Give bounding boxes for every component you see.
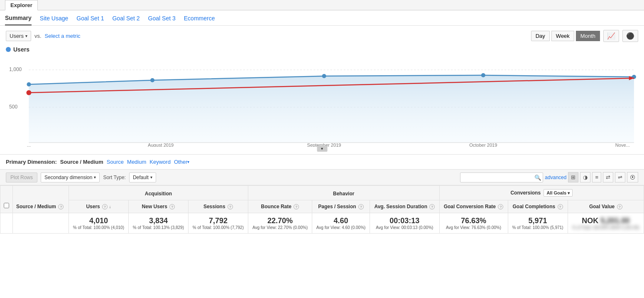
users-help-icon[interactable]: ?: [102, 204, 108, 209]
chart-collapse-handle[interactable]: ▾: [317, 145, 327, 152]
totals-goal-value-cell: NOK 5,201.00 % of Total: 100.00% (NOK 5,…: [568, 213, 644, 234]
search-input[interactable]: [460, 172, 543, 182]
plot-rows-button[interactable]: Plot Rows: [6, 172, 37, 182]
totals-pages-session-value: 4.60: [334, 217, 348, 225]
pages-session-help-icon[interactable]: ?: [358, 204, 364, 209]
chart-area: 1,000 500: [6, 55, 638, 147]
goal-value-help-icon[interactable]: ?: [617, 204, 622, 209]
dimension-medium-link[interactable]: Medium: [127, 159, 146, 165]
totals-sessions-value: 7,792: [209, 217, 228, 225]
totals-avg-session-sub: Avg for View: 00:03:13 (0.00%): [373, 225, 436, 230]
all-goals-label: All Goals: [546, 190, 566, 195]
goal-conv-rate-col-header: Goal Conversion Rate ?: [439, 200, 508, 213]
goal-conv-rate-help-icon[interactable]: ?: [498, 204, 503, 209]
period-controls: Day Week Month 📈 ⚫: [531, 30, 638, 42]
totals-goal-completions-cell: 5,971 % of Total: 100.00% (5,971): [508, 213, 568, 234]
source-medium-label: Source / Medium: [16, 204, 56, 209]
totals-goal-value-sub: % of Total: 100.00% (NOK 5,201.00): [571, 225, 640, 230]
dimension-source-link[interactable]: Source: [107, 159, 124, 165]
list-view-button[interactable]: ≡: [592, 172, 601, 182]
nav-tab-summary[interactable]: Summary: [5, 15, 32, 25]
totals-users-cell: 4,010 % of Total: 100.00% (4,010): [69, 213, 128, 234]
svg-text:1,000: 1,000: [9, 66, 22, 72]
period-day-button[interactable]: Day: [531, 31, 550, 41]
acquisition-group-header: Acquisition: [69, 186, 248, 200]
table-controls: Plot Rows Secondary dimension ▾ Sort Typ…: [0, 169, 644, 185]
users-col-header: Users ? ↓: [69, 200, 128, 213]
source-medium-help-icon[interactable]: ?: [58, 204, 64, 209]
nav-tab-site-usage[interactable]: Site Usage: [40, 15, 68, 25]
new-users-help-icon[interactable]: ?: [169, 204, 175, 209]
sessions-help-icon[interactable]: ?: [228, 204, 233, 209]
totals-avg-session-cell: 00:03:13 Avg for View: 00:03:13 (0.00%): [370, 213, 439, 234]
totals-pages-session-sub: Avg for View: 4.60 (0.00%): [316, 225, 366, 230]
metric-dropdown[interactable]: Users ▾: [6, 31, 31, 41]
table-right-controls: 🔍 advanced ⊞ ◑ ≡ ⇄ ⇌ ⦿: [460, 172, 638, 182]
pages-session-col-header: Pages / Session ?: [312, 200, 370, 213]
goal-completions-help-icon[interactable]: ?: [558, 204, 563, 209]
users-sort-arrow-icon[interactable]: ↓: [109, 204, 111, 209]
select-all-checkbox[interactable]: [4, 203, 9, 208]
totals-new-users-sub: % of Total: 100.13% (3,829): [132, 225, 185, 230]
totals-goal-conv-rate-sub: Avg for View: 76.63% (0.00%): [443, 225, 504, 230]
pivot-view-button[interactable]: ⇄: [603, 172, 613, 182]
svg-point-9: [481, 73, 485, 77]
totals-bounce-rate-sub: Avg for View: 22.70% (0.00%): [252, 225, 309, 230]
svg-point-12: [26, 90, 31, 95]
totals-pages-session-cell: 4.60 Avg for View: 4.60 (0.00%): [312, 213, 370, 234]
select-metric-link[interactable]: Select a metric: [45, 33, 81, 39]
nav-tab-goal-set-1[interactable]: Goal Set 1: [76, 15, 104, 25]
chart-svg: 1,000 500: [6, 55, 638, 147]
totals-avg-session-value: 00:03:13: [389, 217, 419, 225]
svg-text:Nove...: Nove...: [615, 143, 630, 147]
secondary-dim-chevron-icon: ▾: [94, 175, 96, 180]
svg-point-8: [322, 74, 326, 78]
tab-bar: Explorer: [0, 0, 644, 10]
totals-new-users-cell: 3,834 % of Total: 100.13% (3,829): [128, 213, 188, 234]
select-all-checkbox-header: [0, 186, 13, 213]
goal-value-blurred: 5,201.00: [600, 217, 629, 225]
totals-row: 4,010 % of Total: 100.00% (4,010) 3,834 …: [0, 213, 644, 234]
period-month-button[interactable]: Month: [576, 31, 600, 41]
nav-tab-goal-set-3[interactable]: Goal Set 3: [148, 15, 176, 25]
compare-view-button[interactable]: ⇌: [615, 172, 625, 182]
svg-text:...: ...: [27, 143, 31, 147]
grid-view-button[interactable]: ⊞: [568, 172, 578, 182]
nav-tab-goal-set-2[interactable]: Goal Set 2: [112, 15, 140, 25]
secondary-dim-label: Secondary dimension: [44, 175, 92, 180]
totals-new-users-value: 3,834: [149, 217, 168, 225]
period-week-button[interactable]: Week: [551, 31, 574, 41]
nav-tab-ecommerce[interactable]: Ecommerce: [184, 15, 215, 25]
dimension-other-button[interactable]: Other ▾: [174, 159, 190, 165]
avg-session-help-icon[interactable]: ?: [429, 204, 435, 209]
dimension-keyword-link[interactable]: Keyword: [149, 159, 171, 165]
chart-container: Users 1,000 500: [0, 46, 644, 147]
totals-users-sub: % of Total: 100.00% (4,010): [72, 225, 125, 230]
search-icon-button[interactable]: 🔍: [534, 174, 541, 180]
totals-label-cell: [13, 213, 69, 234]
all-goals-dropdown[interactable]: All Goals ▾: [544, 189, 573, 197]
primary-dimension-label: Primary Dimension:: [6, 159, 57, 165]
svg-text:August 2019: August 2019: [148, 143, 174, 147]
acquisition-label: Acquisition: [145, 191, 172, 197]
bounce-rate-help-icon[interactable]: ?: [294, 204, 299, 209]
secondary-dimension-dropdown[interactable]: Secondary dimension ▾: [41, 172, 100, 182]
custom-view-button[interactable]: ⦿: [627, 172, 638, 182]
explorer-tab[interactable]: Explorer: [5, 0, 38, 10]
behavior-group-header: Behavior: [248, 186, 439, 200]
pie-chart-icon-button[interactable]: ⚫: [622, 30, 638, 42]
data-table: Source / Medium ? Acquisition Behavior C…: [0, 185, 644, 234]
other-label: Other: [174, 159, 188, 165]
svg-text:500: 500: [9, 104, 17, 110]
pie-view-button[interactable]: ◑: [580, 172, 590, 182]
sessions-col-header: Sessions ?: [188, 200, 248, 213]
totals-goal-conv-rate-value: 76.63%: [461, 217, 486, 225]
metric-label: Users: [10, 33, 24, 39]
nav-tabs: Summary Site Usage Goal Set 1 Goal Set 2…: [0, 10, 644, 26]
sort-type-label: Sort Type:: [103, 175, 125, 180]
sort-dropdown[interactable]: Default ▾: [129, 172, 156, 182]
advanced-link[interactable]: advanced: [545, 175, 566, 180]
controls-left: Users ▾ vs. Select a metric: [6, 31, 81, 41]
metric-chevron-icon: ▾: [25, 34, 27, 38]
line-chart-icon-button[interactable]: 📈: [603, 30, 619, 42]
